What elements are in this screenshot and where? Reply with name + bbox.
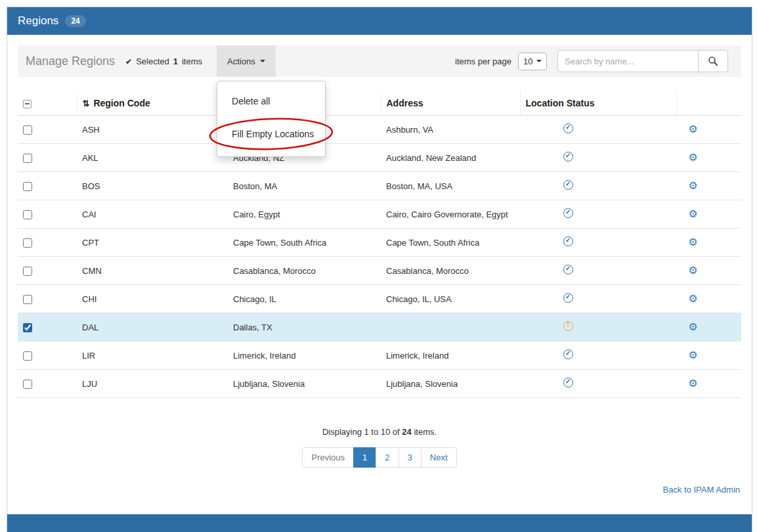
toolbar: Manage Regions Selected 1 items Actions … [18,45,741,77]
select-all-checkbox[interactable] [23,100,32,108]
check-circle-icon [563,208,573,218]
selected-suffix: items [182,56,202,66]
cell-name: Limerick, Ireland [228,342,381,370]
check-circle-icon [563,378,573,388]
row-checkbox[interactable] [23,154,32,163]
cell-name: Boston, MA [228,172,381,200]
menu-item-delete-all[interactable]: Delete all [217,92,325,110]
row-checkbox[interactable] [23,380,32,389]
cell-address: Cairo, Cairo Governorate, Egypt [381,200,520,229]
cell-region-code: DAL [77,313,228,342]
cell-address: Chicago, IL, USA [381,285,520,313]
table-row: AKL Auckland, NZ Auckland, New Zealand [18,144,741,172]
items-per-page-label: items per page [455,56,511,66]
table-row: LJU Ljubljana, Slovenia Ljubljana, Slove… [18,370,741,398]
header-actions [676,91,741,116]
gear-icon[interactable] [688,208,697,219]
cell-address: Cape Town, South Africa [381,229,520,257]
toolbar-right: items per page 10 [455,50,741,72]
header-region-code[interactable]: Region Code [77,91,228,116]
regions-table: Region Code Name Address Location Status… [18,91,741,398]
actions-menu: Delete all Fill Empty Locations [217,81,326,157]
sort-icon [83,98,94,108]
check-circle-icon [563,123,573,133]
gear-icon[interactable] [688,321,697,332]
cell-address: Auckland, New Zealand [381,144,520,172]
items-per-page-value: 10 [523,56,532,66]
gear-icon[interactable] [688,378,697,389]
panel-heading: Regions 24 [7,7,752,35]
gear-icon[interactable] [688,236,697,248]
cell-name: Casablanca, Morocco [228,257,381,285]
gear-icon[interactable] [688,123,697,135]
table-row: CMN Casablanca, Morocco Casablanca, Moro… [18,257,741,285]
selected-info: Selected 1 items [125,56,202,66]
table-row: LIR Limerick, Ireland Limerick, Ireland [18,342,741,370]
search-input[interactable] [557,50,699,72]
gear-icon[interactable] [688,349,697,361]
cell-region-code: LIR [77,342,228,370]
display-summary: Displaying 1 to 10 of 24 items. [18,427,741,437]
cell-address [381,313,520,342]
cell-region-code: AKL [77,144,228,172]
summary-prefix: Displaying 1 to 10 of [322,427,400,437]
check-circle-icon [563,180,573,190]
cell-address: Casablanca, Morocco [381,257,520,285]
table-row: CPT Cape Town, South Africa Cape Town, S… [18,229,741,257]
pagination-previous[interactable]: Previous [302,447,354,468]
gear-icon[interactable] [688,293,697,304]
caret-down-icon [260,60,265,62]
caret-down-icon [536,60,542,62]
cell-name: Cairo, Egypt [228,200,381,229]
row-checkbox[interactable] [23,267,32,276]
cell-address: Boston, MA, USA [381,172,520,200]
header-location-status: Location Status [520,91,676,116]
row-checkbox[interactable] [23,295,32,304]
gear-icon[interactable] [688,265,697,276]
cell-address: Limerick, Ireland [381,342,520,370]
back-to-ipam-admin-link[interactable]: Back to IPAM Admin [662,485,740,495]
pagination-page-1[interactable]: 1 [353,447,376,468]
actions-button[interactable]: Actions [217,45,276,77]
search-button[interactable] [698,50,728,72]
panel-footer [7,514,752,532]
pagination-page-2[interactable]: 2 [376,447,399,468]
gear-icon[interactable] [688,180,697,191]
cell-name: Cape Town, South Africa [228,229,381,257]
table-row: ASH Ashburn, VA Ashburn, VA [18,116,741,144]
row-checkbox[interactable] [23,125,32,135]
cell-region-code: CAI [77,200,228,229]
cell-region-code: CMN [77,257,228,285]
row-checkbox[interactable] [23,182,32,191]
header-address: Address [381,91,520,116]
selected-count: 1 [173,56,178,66]
actions-dropdown-wrap: Actions Delete all Fill Empty Locations [217,45,276,77]
search-icon [708,56,718,66]
row-checkbox[interactable] [23,351,32,361]
check-circle-icon [563,265,573,275]
check-circle-icon [563,293,573,303]
cell-name: Dallas, TX [228,313,381,342]
row-checkbox[interactable] [23,210,32,219]
table-row: CHI Chicago, IL Chicago, IL, USA [18,285,741,313]
warning-circle-icon [563,321,573,331]
manage-title: Manage Regions [26,55,115,68]
cell-region-code: CPT [77,229,228,257]
cell-region-code: ASH [77,116,228,144]
items-per-page-select[interactable]: 10 [518,53,547,70]
search-group [557,50,728,72]
table-row-selected: DAL Dallas, TX [18,313,741,342]
menu-item-fill-empty-locations[interactable]: Fill Empty Locations [217,125,325,143]
table-header-row: Region Code Name Address Location Status [18,91,741,116]
row-checkbox[interactable] [23,238,32,248]
check-icon [125,56,132,66]
gear-icon[interactable] [688,152,697,163]
back-link-row: Back to IPAM Admin [18,485,741,495]
pagination-page-3[interactable]: 3 [399,447,422,468]
regions-panel: Regions 24 Manage Regions Selected 1 ite… [7,7,752,532]
cell-name: Chicago, IL [228,285,381,313]
pagination-next[interactable]: Next [421,447,457,468]
selected-prefix: Selected [136,56,169,66]
cell-name: Ljubljana, Slovenia [228,370,381,398]
row-checkbox[interactable] [23,323,32,332]
